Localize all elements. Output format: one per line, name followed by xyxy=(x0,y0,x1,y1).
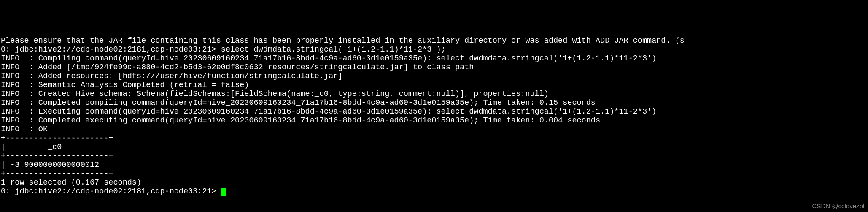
prompt-line[interactable]: 0: jdbc:hive2://cdp-node02:2181,cdp-node… xyxy=(1,187,867,196)
log-line: INFO : Semantic Analysis Completed (retr… xyxy=(1,81,867,90)
log-line: INFO : Executing command(queryId=hive_20… xyxy=(1,107,867,116)
table-border: +----------------------+ xyxy=(1,152,867,160)
sql-prompt: 0: jdbc:hive2://cdp-node02:2181,cdp-node… xyxy=(1,187,221,196)
sql-command: select dwdmdata.stringcal('1+(1.2-1.1)*1… xyxy=(221,45,446,54)
log-line: INFO : OK xyxy=(1,125,867,134)
truncated-line: Please ensure that the JAR file containi… xyxy=(1,36,867,45)
result-summary: 1 row selected (0.167 seconds) xyxy=(1,178,867,187)
table-border: +----------------------+ xyxy=(1,169,867,178)
watermark: CSDN @cclovezbf xyxy=(812,201,865,210)
sql-prompt: 0: jdbc:hive2://cdp-node02:2181,cdp-node… xyxy=(1,45,221,54)
log-line: INFO : Completed compiling command(query… xyxy=(1,98,867,107)
prompt-line[interactable]: 0: jdbc:hive2://cdp-node02:2181,cdp-node… xyxy=(1,45,867,54)
table-border: +----------------------+ xyxy=(1,134,867,143)
log-line: INFO : Created Hive schema: Schema(field… xyxy=(1,90,867,98)
cursor-icon xyxy=(221,188,226,196)
table-header: | _c0 | xyxy=(1,143,867,152)
log-line: INFO : Added resources: [hdfs:///user/hi… xyxy=(1,72,867,81)
log-line: INFO : Compiling command(queryId=hive_20… xyxy=(1,54,867,63)
log-line: INFO : Completed executing command(query… xyxy=(1,116,867,125)
log-line: INFO : Added [/tmp/924fe99c-a880-4cd2-b5… xyxy=(1,63,867,72)
table-row: | -3.9000000000000012 | xyxy=(1,160,867,169)
